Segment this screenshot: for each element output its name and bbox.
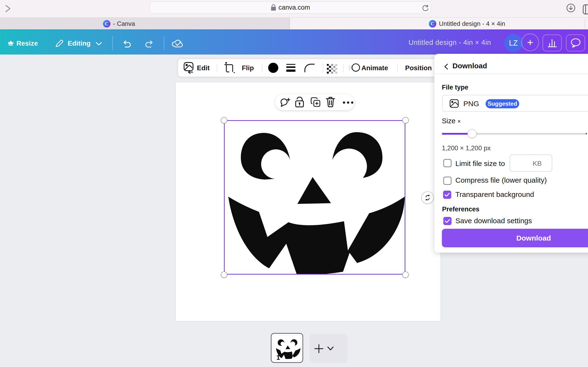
svg-text:C: C <box>431 21 435 26</box>
svg-text:C: C <box>105 21 109 26</box>
